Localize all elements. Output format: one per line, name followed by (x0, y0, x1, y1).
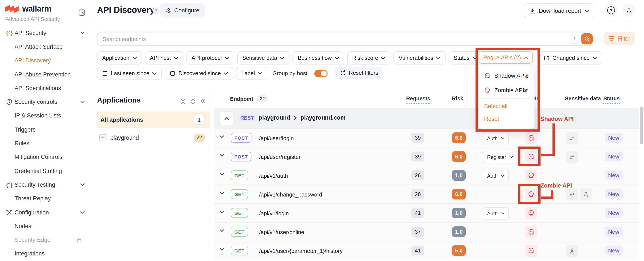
endpoint-path[interactable]: /api/v1/user/{parameter_1}/history (259, 248, 342, 254)
method-badge: GET (231, 170, 248, 180)
filter-api-protocol[interactable]: API protocol (186, 51, 234, 64)
endpoint-path[interactable]: /api/v1/change_password (259, 191, 322, 198)
calendar-icon (170, 70, 176, 76)
vertical-scrollbar[interactable] (640, 107, 643, 144)
page-title: API Discovery (97, 5, 154, 15)
endpoint-path[interactable]: /api/v1/user/online (259, 229, 304, 235)
sidebar-item-security-edge[interactable]: Security Edge (0, 233, 89, 247)
application-item-playground[interactable]: playground 22 (97, 131, 210, 144)
configure-button[interactable]: ⚙ Configure (160, 3, 205, 17)
filter-button[interactable]: Filter (604, 32, 635, 45)
sidebar-item-ip-session-lists[interactable]: IP & Session Lists (0, 109, 89, 123)
sidebar-item-api-abuse-prevention[interactable]: API Abuse Prevention (0, 67, 89, 81)
status-badge: New (605, 208, 622, 218)
auth-select[interactable]: Auth (483, 170, 509, 182)
sidebar-item-threat-replay[interactable]: Threat Replay (0, 192, 89, 206)
expand-all-icon[interactable] (190, 98, 196, 105)
status-badge: New (605, 170, 622, 180)
chevron-down-icon (258, 72, 262, 74)
sidebar-item-security-controls[interactable]: Security controls (0, 95, 89, 109)
row-expand-icon[interactable] (220, 248, 224, 251)
table-row[interactable]: GET /api/v1/change_password 26 6.0 New (214, 185, 639, 204)
endpoint-path[interactable]: /api/user/login (259, 135, 294, 141)
endpoint-path[interactable]: /api/v1/login (259, 210, 289, 217)
collapse-panel-icon[interactable] (200, 98, 206, 105)
filter-sensitive-data[interactable]: Sensitive data (237, 51, 290, 64)
help-button[interactable]: ? (605, 4, 618, 17)
reset-filters-button[interactable]: Reset filters (335, 67, 383, 79)
annotation-shadow-api-label: Shadow API (540, 116, 574, 122)
table-row[interactable]: GET /api/v1/auth 26 1.0 Auth New (214, 166, 639, 185)
search-input[interactable] (98, 36, 570, 42)
filter-risk-score[interactable]: Risk score (347, 51, 390, 64)
filter-discovered-since[interactable]: Discovered since (165, 67, 233, 80)
endpoint-path[interactable]: /api/v1/auth (259, 173, 288, 179)
sidebar-collapse-icon[interactable] (79, 9, 85, 16)
shield-icon (6, 98, 13, 105)
filter-application[interactable]: Application (97, 51, 142, 64)
breadcrumb-chevron-icon (294, 116, 297, 120)
sidebar-item-api-discovery[interactable]: API Discovery (0, 54, 89, 67)
table-row[interactable]: GET /api/v1/user/{parameter_1}/history 4… (214, 241, 639, 260)
group-by-host-toggle[interactable] (314, 69, 328, 77)
row-expand-icon[interactable] (220, 211, 224, 213)
column-header-requests[interactable]: Requests (404, 96, 432, 102)
table-row[interactable]: POST /api/user/register 39 6.0 Register … (214, 147, 639, 166)
sidebar-item-api-specifications[interactable]: API Specifications (0, 81, 89, 95)
row-expand-icon[interactable] (220, 229, 224, 232)
sidebar-item-integrations[interactable]: Integrations (0, 247, 89, 261)
search-button[interactable] (581, 33, 593, 44)
requests-count: 39 (411, 133, 424, 143)
sidebar-item-nodes[interactable]: Nodes (0, 219, 89, 233)
chevron-down-icon (500, 175, 504, 177)
column-header-status[interactable]: Status (604, 96, 620, 102)
endpoint-path[interactable]: /api/user/register (259, 154, 300, 160)
auth-select[interactable]: Auth (483, 207, 509, 220)
status-badge: New (605, 133, 622, 143)
braces-check-icon: {✓} (6, 30, 13, 36)
table-row[interactable]: GET /api/v1/login 41 1.0 Auth New (214, 203, 639, 223)
person-icon (580, 188, 592, 200)
group-host-name[interactable]: playground.com (300, 114, 346, 121)
zombie-api-skull-icon (525, 170, 537, 182)
row-expand-icon[interactable] (220, 192, 224, 194)
collapse-all-icon[interactable] (180, 98, 186, 105)
chevron-down-icon (280, 57, 284, 59)
table-row[interactable]: POST /api/user/login 39 6.0 Auth New (214, 128, 639, 147)
sidebar-item-configuration[interactable]: Configuration (0, 206, 89, 219)
chevron-down-icon (436, 57, 440, 59)
question-icon: ? (607, 6, 615, 14)
sidebar-item-rules[interactable]: Rules (0, 136, 89, 150)
sidebar-item-credential-stuffing[interactable]: Credential Stuffing (0, 164, 89, 178)
filter-changed-since[interactable]: Changed since (539, 51, 602, 64)
sidebar-item-triggers[interactable]: Triggers (0, 123, 89, 136)
auth-select[interactable]: Auth (483, 132, 509, 144)
chevron-down-icon (224, 72, 228, 74)
help-circle-icon[interactable]: ? (153, 7, 160, 14)
method-badge: GET (231, 246, 248, 256)
filter-chip-row-2: Last seen since Discovered since Label G… (97, 67, 383, 80)
filter-api-host[interactable]: API host (145, 51, 183, 64)
expand-plus-icon[interactable] (99, 134, 106, 141)
filter-last-seen-since[interactable]: Last seen since (97, 67, 162, 80)
group-app-name[interactable]: playground (259, 114, 290, 121)
row-expand-icon[interactable] (220, 135, 224, 138)
sidebar-item-api-attack-surface[interactable]: API Attack Surface (0, 40, 89, 54)
user-menu-button[interactable] (622, 4, 636, 17)
table-row[interactable]: GET /api/v1/user/online 37 1.0 New (214, 222, 639, 241)
chevron-down-icon (80, 184, 85, 186)
download-report-button[interactable]: Download report (524, 3, 594, 18)
group-collapse-button[interactable] (220, 111, 234, 125)
column-header-sensitive-data: Sensitive data (565, 96, 601, 102)
chevron-down-icon (584, 9, 589, 12)
row-expand-icon[interactable] (220, 173, 224, 176)
sidebar-item-api-security[interactable]: {✓} API Security (0, 26, 89, 40)
all-applications-item[interactable]: All applications 1 (97, 111, 210, 128)
auth-select[interactable]: Register (483, 151, 517, 163)
filter-label[interactable]: Label (236, 67, 268, 80)
filter-business-flow[interactable]: Business flow (293, 51, 344, 64)
row-expand-icon[interactable] (220, 154, 224, 157)
sidebar-item-security-testing[interactable]: {✓} Security Testing (0, 178, 89, 192)
filter-vulnerabilities[interactable]: Vulnerabilities (394, 51, 446, 64)
sidebar-item-mitigation-controls[interactable]: Mitigation Controls (0, 150, 89, 164)
